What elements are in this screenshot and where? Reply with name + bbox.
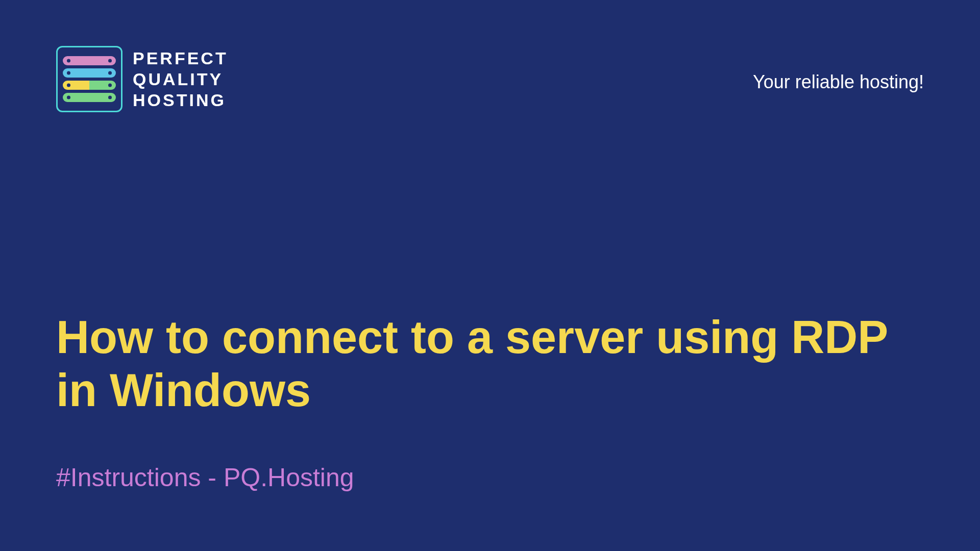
header: PERFECT QUALITY HOSTING Your reliable ho… [0, 0, 980, 112]
page-title: How to connect to a server using RDP in … [56, 311, 924, 417]
subtitle: #Instructions - PQ.Hosting [56, 463, 924, 492]
logo-word-3: HOSTING [133, 90, 228, 110]
server-bar-icon [63, 56, 116, 65]
server-bar-icon [63, 68, 116, 78]
content: How to connect to a server using RDP in … [56, 311, 924, 492]
logo-container: PERFECT QUALITY HOSTING [56, 46, 228, 112]
logo-word-2: QUALITY [133, 69, 228, 89]
tagline: Your reliable hosting! [753, 71, 924, 93]
logo-word-1: PERFECT [133, 48, 228, 68]
logo-icon [56, 46, 122, 112]
logo-text: PERFECT QUALITY HOSTING [133, 48, 228, 110]
server-bar-icon [63, 81, 116, 90]
server-bar-icon [63, 93, 116, 102]
